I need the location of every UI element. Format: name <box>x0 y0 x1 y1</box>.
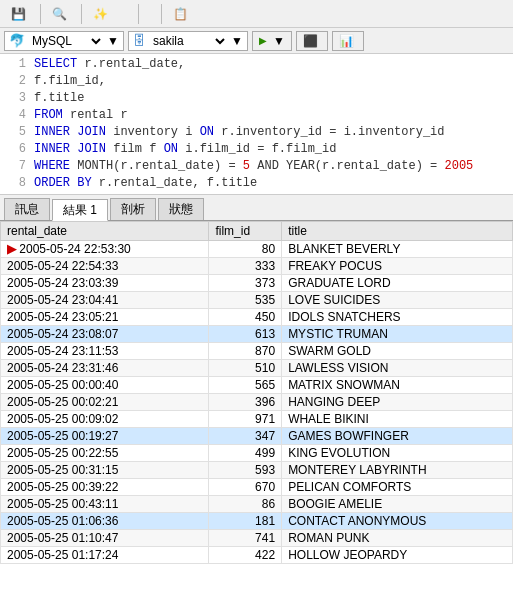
cell-film-id: 535 <box>209 292 282 309</box>
cell-film-id: 396 <box>209 394 282 411</box>
tab-狀態[interactable]: 狀態 <box>158 198 204 220</box>
cell-rental-date: 2005-05-24 22:54:33 <box>1 258 209 275</box>
cell-film-id: 565 <box>209 377 282 394</box>
table-row[interactable]: ▶ 2005-05-24 22:53:3080BLANKET BEVERLY <box>1 241 513 258</box>
separator-4 <box>161 4 162 24</box>
cell-film-id: 499 <box>209 445 282 462</box>
table-row[interactable]: 2005-05-24 23:31:46510LAWLESS VISION <box>1 360 513 377</box>
cell-film-id: 80 <box>209 241 282 258</box>
separator-2 <box>81 4 82 24</box>
db-type-select[interactable]: MySQL <box>28 33 104 49</box>
cell-title: MONTEREY LABYRINTH <box>282 462 513 479</box>
results-area[interactable]: rental_datefilm_idtitle ▶ 2005-05-24 22:… <box>0 221 513 610</box>
table-row[interactable]: 2005-05-25 00:09:02971WHALE BIKINI <box>1 411 513 428</box>
cell-title: FREAKY POCUS <box>282 258 513 275</box>
table-row[interactable]: 2005-05-24 22:54:33333FREAKY POCUS <box>1 258 513 275</box>
line-number: 1 <box>4 56 26 73</box>
table-row[interactable]: 2005-05-25 00:43:1186BOOGIE AMELIE <box>1 496 513 513</box>
sql-line-8: 8ORDER BY r.rental_date, f.title <box>0 175 513 192</box>
cell-rental-date: 2005-05-25 01:10:47 <box>1 530 209 547</box>
tab-剖析[interactable]: 剖析 <box>110 198 156 220</box>
table-row[interactable]: 2005-05-24 23:04:41535LOVE SUICIDES <box>1 292 513 309</box>
chevron-down-icon-2: ▼ <box>231 34 243 48</box>
sql-line-3: 3 f.title <box>0 90 513 107</box>
table-row[interactable]: 2005-05-24 23:11:53870SWARM GOLD <box>1 343 513 360</box>
db-type-selector[interactable]: 🐬 MySQL ▼ <box>4 31 124 51</box>
sql-line-7: 7WHERE MONTH(r.rental_date) = 5 AND YEAR… <box>0 158 513 175</box>
table-row[interactable]: 2005-05-25 01:10:47741ROMAN PUNK <box>1 530 513 547</box>
table-row[interactable]: 2005-05-24 23:05:21450IDOLS SNATCHERS <box>1 309 513 326</box>
col-header-title: title <box>282 222 513 241</box>
cell-rental-date: 2005-05-24 23:03:39 <box>1 275 209 292</box>
cell-title: MATRIX SNOWMAN <box>282 377 513 394</box>
sql-line-2: 2 f.film_id, <box>0 73 513 90</box>
result-tabs: 訊息結果 1剖析狀態 <box>0 195 513 221</box>
sql-content: INNER JOIN inventory i ON r.inventory_id… <box>34 124 444 141</box>
table-row[interactable]: 2005-05-25 00:00:40565MATRIX SNOWMAN <box>1 377 513 394</box>
sql-line-6: 6INNER JOIN film f ON i.film_id = f.film… <box>0 141 513 158</box>
cell-title: HANGING DEEP <box>282 394 513 411</box>
code-snippet-button[interactable] <box>120 3 134 25</box>
line-number: 2 <box>4 73 26 90</box>
stop-button[interactable]: ⬛ <box>296 31 328 51</box>
mysql-icon: 🐬 <box>9 33 25 48</box>
sql-editor[interactable]: 1SELECT r.rental_date,2 f.film_id,3 f.ti… <box>0 54 513 195</box>
save-button[interactable]: 💾 <box>4 3 36 25</box>
db-name-select[interactable]: sakila <box>149 33 228 49</box>
cell-title: LAWLESS VISION <box>282 360 513 377</box>
table-row[interactable]: 2005-05-25 00:31:15593MONTEREY LABYRINTH <box>1 462 513 479</box>
run-icon: ▶ <box>259 35 267 46</box>
cell-film-id: 86 <box>209 496 282 513</box>
cell-rental-date: 2005-05-25 00:02:21 <box>1 394 209 411</box>
cell-rental-date: 2005-05-25 00:19:27 <box>1 428 209 445</box>
sql-content: WHERE MONTH(r.rental_date) = 5 AND YEAR(… <box>34 158 473 175</box>
db-name-selector[interactable]: 🗄 sakila ▼ <box>128 31 248 51</box>
row-indicator: ▶ <box>7 242 19 256</box>
sql-content: ORDER BY r.rental_date, f.title <box>34 175 257 192</box>
tab-結果1[interactable]: 結果 1 <box>52 199 108 221</box>
cell-rental-date: 2005-05-24 23:11:53 <box>1 343 209 360</box>
cell-film-id: 870 <box>209 343 282 360</box>
explain-icon: 📊 <box>339 34 354 48</box>
db-icon: 🗄 <box>133 33 146 48</box>
run-button[interactable]: ▶ ▼ <box>252 31 292 51</box>
cell-film-id: 670 <box>209 479 282 496</box>
sql-line-4: 4FROM rental r <box>0 107 513 124</box>
cell-title: LOVE SUICIDES <box>282 292 513 309</box>
line-number: 3 <box>4 90 26 107</box>
cell-film-id: 971 <box>209 411 282 428</box>
table-row[interactable]: 2005-05-25 00:19:27347GAMES BOWFINGER <box>1 428 513 445</box>
export-button[interactable]: 📋 <box>166 3 198 25</box>
table-row[interactable]: 2005-05-25 00:02:21396HANGING DEEP <box>1 394 513 411</box>
text-button[interactable] <box>143 3 157 25</box>
cell-rental-date: 2005-05-25 00:39:22 <box>1 479 209 496</box>
cell-title: IDOLS SNATCHERS <box>282 309 513 326</box>
cell-film-id: 181 <box>209 513 282 530</box>
cell-rental-date: 2005-05-25 00:09:02 <box>1 411 209 428</box>
line-number: 8 <box>4 175 26 192</box>
cell-rental-date: 2005-05-25 01:06:36 <box>1 513 209 530</box>
table-row[interactable]: 2005-05-25 01:06:36181CONTACT ANONYMOUS <box>1 513 513 530</box>
table-row[interactable]: 2005-05-24 23:03:39373GRADUATE LORD <box>1 275 513 292</box>
table-row[interactable]: 2005-05-25 01:17:24422HOLLOW JEOPARDY <box>1 547 513 564</box>
cell-film-id: 422 <box>209 547 282 564</box>
cell-rental-date: 2005-05-25 00:00:40 <box>1 377 209 394</box>
table-row[interactable]: 2005-05-24 23:08:07613MYSTIC TRUMAN <box>1 326 513 343</box>
save-icon: 💾 <box>11 7 26 21</box>
cell-rental-date: 2005-05-25 00:31:15 <box>1 462 209 479</box>
explain-button[interactable]: 📊 <box>332 31 364 51</box>
cell-film-id: 373 <box>209 275 282 292</box>
cell-rental-date: 2005-05-24 23:31:46 <box>1 360 209 377</box>
table-row[interactable]: 2005-05-25 00:22:55499KING EVOLUTION <box>1 445 513 462</box>
sql-line-1: 1SELECT r.rental_date, <box>0 56 513 73</box>
toolbar: 💾 🔍 ✨ 📋 <box>0 0 513 28</box>
beautify-sql-button[interactable]: ✨ <box>86 3 118 25</box>
cell-film-id: 333 <box>209 258 282 275</box>
table-row[interactable]: 2005-05-25 00:39:22670PELICAN COMFORTS <box>1 479 513 496</box>
cell-rental-date: 2005-05-24 23:08:07 <box>1 326 209 343</box>
query-builder-button[interactable]: 🔍 <box>45 3 77 25</box>
sql-content: f.film_id, <box>34 73 106 90</box>
cell-film-id: 613 <box>209 326 282 343</box>
col-header-rental_date: rental_date <box>1 222 209 241</box>
tab-訊息[interactable]: 訊息 <box>4 198 50 220</box>
